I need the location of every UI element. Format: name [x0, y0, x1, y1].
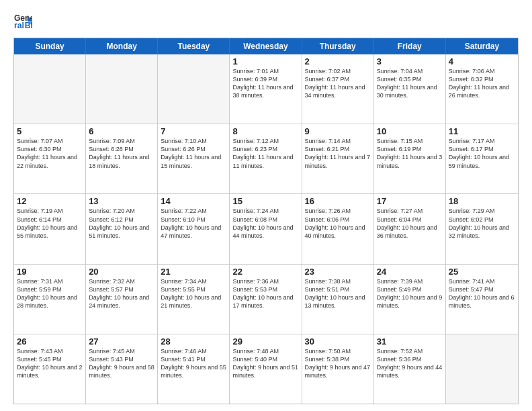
- sunrise-text: Sunrise: 7:46 AM: [161, 348, 207, 355]
- daylight-text: Daylight: 11 hours and 34 minutes.: [305, 84, 365, 99]
- day-number: 4: [449, 56, 515, 66]
- weekday-header-tuesday: Tuesday: [158, 38, 230, 54]
- daylight-text: Daylight: 10 hours and 40 minutes.: [305, 224, 365, 239]
- day-number: 25: [449, 267, 515, 277]
- sunset-text: Sunset: 6:23 PM: [232, 146, 277, 152]
- sunset-text: Sunset: 6:08 PM: [232, 216, 277, 223]
- sunset-text: Sunset: 6:30 PM: [17, 146, 62, 152]
- day-cell-3: 3Sunrise: 7:04 AMSunset: 6:35 PMDaylight…: [374, 54, 446, 124]
- daylight-text: Daylight: 10 hours and 17 minutes.: [232, 294, 293, 309]
- daylight-text: Daylight: 10 hours and 21 minutes.: [161, 294, 221, 309]
- day-cell-12: 12Sunrise: 7:19 AMSunset: 6:14 PMDayligh…: [14, 194, 86, 263]
- daylight-text: Daylight: 10 hours and 59 minutes.: [449, 154, 509, 169]
- day-number: 11: [449, 126, 515, 136]
- cell-info: Sunrise: 7:22 AMSunset: 6:10 PMDaylight:…: [161, 207, 226, 240]
- sunrise-text: Sunrise: 7:36 AM: [232, 278, 279, 285]
- sunrise-text: Sunrise: 7:07 AM: [17, 138, 63, 144]
- day-number: 14: [161, 196, 226, 206]
- sunrise-text: Sunrise: 7:17 AM: [449, 138, 495, 144]
- sunset-text: Sunset: 5:59 PM: [17, 286, 62, 293]
- daylight-text: Daylight: 11 hours and 11 minutes.: [232, 154, 293, 169]
- daylight-text: Daylight: 11 hours and 15 minutes.: [161, 154, 221, 169]
- day-number: 1: [232, 56, 298, 66]
- day-number: 22: [232, 267, 298, 277]
- day-cell-15: 15Sunrise: 7:24 AMSunset: 6:08 PMDayligh…: [230, 194, 302, 263]
- day-number: 21: [161, 267, 226, 277]
- cell-info: Sunrise: 7:04 AMSunset: 6:35 PMDaylight:…: [377, 67, 443, 100]
- svg-text:ral: ral: [14, 21, 24, 30]
- day-cell-6: 6Sunrise: 7:09 AMSunset: 6:28 PMDaylight…: [86, 124, 158, 193]
- cell-info: Sunrise: 7:46 AMSunset: 5:41 PMDaylight:…: [161, 347, 226, 380]
- day-cell-7: 7Sunrise: 7:10 AMSunset: 6:26 PMDaylight…: [158, 124, 230, 193]
- day-cell-10: 10Sunrise: 7:15 AMSunset: 6:19 PMDayligh…: [374, 124, 446, 193]
- cell-info: Sunrise: 7:26 AMSunset: 6:06 PMDaylight:…: [305, 207, 371, 240]
- weekday-header-friday: Friday: [374, 38, 446, 54]
- sunset-text: Sunset: 6:37 PM: [305, 76, 350, 83]
- day-number: 8: [232, 126, 298, 136]
- daylight-text: Daylight: 9 hours and 55 minutes.: [161, 364, 226, 379]
- sunrise-text: Sunrise: 7:10 AM: [161, 138, 207, 144]
- day-cell-2: 2Sunrise: 7:02 AMSunset: 6:37 PMDaylight…: [302, 54, 374, 124]
- sunset-text: Sunset: 5:45 PM: [17, 356, 62, 363]
- day-cell-4: 4Sunrise: 7:06 AMSunset: 6:32 PMDaylight…: [446, 54, 518, 124]
- cell-info: Sunrise: 7:15 AMSunset: 6:19 PMDaylight:…: [377, 137, 443, 170]
- sunrise-text: Sunrise: 7:26 AM: [305, 208, 351, 214]
- sunrise-text: Sunrise: 7:04 AM: [377, 68, 423, 75]
- day-cell-23: 23Sunrise: 7:38 AMSunset: 5:51 PMDayligh…: [302, 265, 374, 334]
- cell-info: Sunrise: 7:12 AMSunset: 6:23 PMDaylight:…: [232, 137, 298, 170]
- daylight-text: Daylight: 11 hours and 26 minutes.: [449, 84, 509, 99]
- day-number: 13: [89, 196, 154, 206]
- daylight-text: Daylight: 9 hours and 58 minutes.: [89, 364, 154, 379]
- cell-info: Sunrise: 7:07 AMSunset: 6:30 PMDaylight:…: [17, 137, 83, 170]
- day-cell-31: 31Sunrise: 7:52 AMSunset: 5:36 PMDayligh…: [374, 334, 446, 404]
- sunset-text: Sunset: 6:10 PM: [161, 216, 206, 223]
- cell-info: Sunrise: 7:52 AMSunset: 5:36 PMDaylight:…: [377, 347, 443, 380]
- sunrise-text: Sunrise: 7:38 AM: [305, 278, 351, 285]
- weekday-header-sunday: Sunday: [14, 38, 86, 54]
- daylight-text: Daylight: 10 hours and 13 minutes.: [305, 294, 365, 309]
- sunset-text: Sunset: 5:57 PM: [89, 286, 134, 293]
- empty-cell: [86, 54, 158, 124]
- day-number: 16: [305, 196, 371, 206]
- day-number: 17: [377, 196, 443, 206]
- weekday-header-monday: Monday: [86, 38, 158, 54]
- daylight-text: Daylight: 11 hours and 3 minutes.: [377, 154, 443, 169]
- day-number: 23: [305, 267, 371, 277]
- sunrise-text: Sunrise: 7:20 AM: [89, 208, 135, 214]
- cell-info: Sunrise: 7:06 AMSunset: 6:32 PMDaylight:…: [449, 67, 515, 100]
- cell-info: Sunrise: 7:50 AMSunset: 5:38 PMDaylight:…: [305, 347, 371, 380]
- cell-info: Sunrise: 7:43 AMSunset: 5:45 PMDaylight:…: [17, 347, 83, 380]
- daylight-text: Daylight: 10 hours and 9 minutes.: [377, 294, 443, 309]
- weekday-header-thursday: Thursday: [302, 38, 374, 54]
- daylight-text: Daylight: 10 hours and 28 minutes.: [17, 294, 77, 309]
- sunset-text: Sunset: 6:12 PM: [89, 216, 134, 223]
- sunset-text: Sunset: 6:19 PM: [377, 146, 422, 152]
- day-number: 20: [89, 267, 154, 277]
- sunrise-text: Sunrise: 7:29 AM: [449, 208, 495, 214]
- day-cell-21: 21Sunrise: 7:34 AMSunset: 5:55 PMDayligh…: [158, 265, 230, 334]
- weekday-header-saturday: Saturday: [446, 38, 518, 54]
- logo-icon: Gene ral Blue: [13, 12, 32, 31]
- daylight-text: Daylight: 10 hours and 6 minutes.: [449, 294, 515, 309]
- sunset-text: Sunset: 6:14 PM: [17, 216, 62, 223]
- day-cell-1: 1Sunrise: 7:01 AMSunset: 6:39 PMDaylight…: [230, 54, 302, 124]
- sunset-text: Sunset: 6:04 PM: [377, 216, 422, 223]
- svg-text:Blue: Blue: [25, 21, 32, 30]
- day-number: 27: [89, 336, 154, 347]
- sunset-text: Sunset: 5:36 PM: [377, 356, 422, 363]
- daylight-text: Daylight: 10 hours and 36 minutes.: [377, 224, 437, 239]
- cell-info: Sunrise: 7:38 AMSunset: 5:51 PMDaylight:…: [305, 277, 371, 310]
- cell-info: Sunrise: 7:10 AMSunset: 6:26 PMDaylight:…: [161, 137, 226, 170]
- daylight-text: Daylight: 10 hours and 55 minutes.: [17, 224, 77, 239]
- sunrise-text: Sunrise: 7:45 AM: [89, 348, 135, 355]
- empty-cell: [158, 54, 230, 124]
- day-cell-28: 28Sunrise: 7:46 AMSunset: 5:41 PMDayligh…: [158, 334, 230, 404]
- day-number: 30: [305, 336, 371, 347]
- empty-cell: [14, 54, 86, 124]
- sunrise-text: Sunrise: 7:24 AM: [232, 208, 279, 214]
- sunset-text: Sunset: 6:17 PM: [449, 146, 494, 152]
- cell-info: Sunrise: 7:48 AMSunset: 5:40 PMDaylight:…: [232, 347, 298, 380]
- sunrise-text: Sunrise: 7:15 AM: [377, 138, 423, 144]
- cell-info: Sunrise: 7:31 AMSunset: 5:59 PMDaylight:…: [17, 277, 83, 310]
- sunset-text: Sunset: 6:35 PM: [377, 76, 422, 83]
